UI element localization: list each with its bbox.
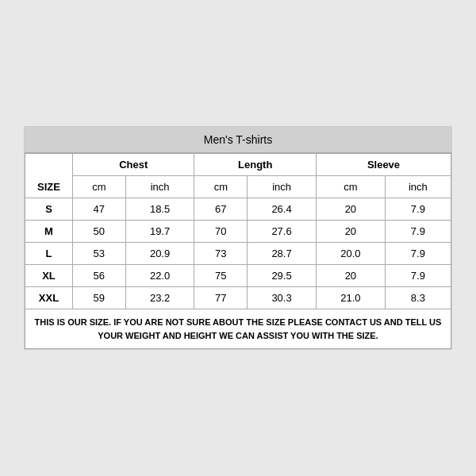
length-inch-header: inch [248,176,317,198]
size-cell: XL [25,265,73,287]
length-cm-cell: 77 [194,287,248,309]
sleeve-group-header: Sleeve [316,154,451,176]
chest-inch-cell: 22.0 [125,265,194,287]
chest-inch-cell: 18.5 [125,198,194,221]
chest-group-header: Chest [73,154,194,176]
table-row: M 50 19.7 70 27.6 20 7.9 [25,221,451,243]
length-inch-cell: 30.3 [248,287,317,309]
chest-inch-cell: 19.7 [125,221,194,243]
table-row: XL 56 22.0 75 29.5 20 7.9 [25,265,451,287]
length-cm-cell: 67 [194,198,248,221]
length-inch-cell: 27.6 [248,221,317,243]
table-row: XXL 59 23.2 77 30.3 21.0 8.3 [25,287,451,309]
sleeve-cm-header: cm [316,176,385,198]
chest-inch-cell: 20.9 [125,243,194,265]
sleeve-inch-header: inch [385,176,451,198]
length-cm-cell: 75 [194,265,248,287]
chest-cm-cell: 47 [73,198,126,221]
length-cm-cell: 70 [194,221,248,243]
sleeve-inch-cell: 7.9 [385,198,451,221]
sleeve-inch-cell: 7.9 [385,243,451,265]
length-inch-cell: 26.4 [248,198,317,221]
sleeve-inch-cell: 8.3 [385,287,451,309]
chest-cm-cell: 59 [73,287,126,309]
sleeve-cm-cell: 20.0 [316,243,385,265]
chart-title: Men's T-shirts [25,127,451,153]
chest-inch-header: inch [125,176,194,198]
sleeve-inch-cell: 7.9 [385,221,451,243]
size-chart: Men's T-shirts SIZE Chest Length Sleeve … [24,126,452,350]
chest-cm-cell: 50 [73,221,126,243]
sleeve-cm-cell: 21.0 [316,287,385,309]
size-cell: M [25,221,73,243]
length-inch-cell: 29.5 [248,265,317,287]
length-cm-header: cm [194,176,248,198]
size-cell: XXL [25,287,73,309]
chest-inch-cell: 23.2 [125,287,194,309]
size-table: SIZE Chest Length Sleeve cm inch cm inch… [25,153,451,349]
sleeve-cm-cell: 20 [316,221,385,243]
length-cm-cell: 73 [194,243,248,265]
footer-note: THIS IS OUR SIZE. IF YOU ARE NOT SURE AB… [25,309,451,349]
size-cell: S [25,198,73,221]
length-group-header: Length [194,154,316,176]
sleeve-cm-cell: 20 [316,265,385,287]
size-cell: L [25,243,73,265]
table-row: S 47 18.5 67 26.4 20 7.9 [25,198,451,221]
chest-cm-cell: 53 [73,243,126,265]
size-column-header: SIZE [25,154,73,198]
table-row: L 53 20.9 73 28.7 20.0 7.9 [25,243,451,265]
sleeve-cm-cell: 20 [316,198,385,221]
chest-cm-cell: 56 [73,265,126,287]
chest-cm-header: cm [73,176,126,198]
length-inch-cell: 28.7 [248,243,317,265]
sleeve-inch-cell: 7.9 [385,265,451,287]
